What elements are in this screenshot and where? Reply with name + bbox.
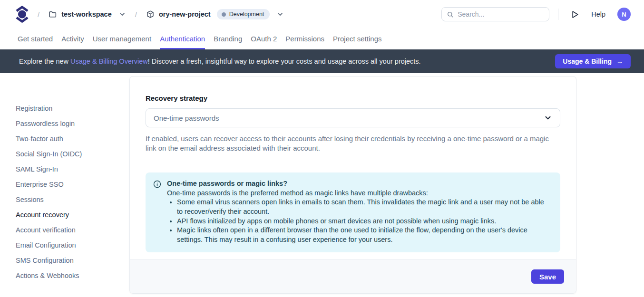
tab-activity[interactable]: Activity (61, 29, 84, 49)
package-icon (146, 10, 155, 19)
chevron-down-icon (118, 10, 126, 18)
info-box-title: One-time passwords or magic links? (167, 179, 551, 189)
banner-text-after: ! Discover a fresh, insightful way to ex… (148, 57, 421, 65)
save-button[interactable]: Save (531, 269, 564, 284)
search-box[interactable] (441, 7, 549, 21)
settings-sidebar: Registration Passwordless login Two-fact… (0, 73, 129, 297)
folder-icon (49, 10, 57, 19)
run-icon[interactable] (570, 10, 580, 19)
tab-project-settings[interactable]: Project settings (333, 29, 382, 49)
tab-user-management[interactable]: User management (93, 29, 151, 49)
tab-get-started[interactable]: Get started (18, 29, 53, 49)
card-body: Recovery strategy One-time passwords If … (130, 77, 576, 259)
environment-label: Development (229, 11, 264, 18)
recovery-strategy-value: One-time passwords (154, 114, 219, 122)
sidebar-item-email-configuration[interactable]: Email Configuration (16, 240, 129, 250)
usage-billing-button-label: Usage & Billing (563, 57, 612, 65)
topbar: / test-workspace / ory-new-project (0, 0, 644, 29)
info-box-intro: One-time passwords is the preferred meth… (167, 189, 551, 198)
ory-console-app: / test-workspace / ory-new-project (0, 0, 644, 297)
sidebar-item-account-verification[interactable]: Account verification (16, 225, 129, 235)
tab-permissions[interactable]: Permissions (285, 29, 324, 49)
recovery-description: If enabled, users can recover access to … (146, 134, 560, 153)
sidebar-item-actions-webhooks[interactable]: Actions & Webhooks (16, 271, 129, 280)
breadcrumb: / test-workspace / ory-new-project (16, 6, 284, 23)
account-recovery-card: Recovery strategy One-time passwords If … (129, 76, 576, 294)
content-area: Registration Passwordless login Two-fact… (0, 73, 644, 297)
topbar-divider (558, 9, 558, 20)
sidebar-item-account-recovery[interactable]: Account recovery (16, 210, 129, 220)
tab-branding[interactable]: Branding (214, 29, 242, 49)
recovery-strategy-label: Recovery strategy (146, 94, 560, 102)
banner-text-before: Explore the new (19, 57, 70, 65)
main-nav-tabs: Get started Activity User management Aut… (0, 29, 644, 49)
workspace-name: test-workspace (61, 10, 112, 18)
info-box-bullet: Some email virus scanners open links in … (177, 198, 551, 216)
usage-billing-overview-link[interactable]: Usage & Billing Overview (70, 57, 148, 65)
sidebar-item-two-factor-auth[interactable]: Two-factor auth (16, 134, 129, 144)
chevron-down-icon (544, 114, 552, 122)
sidebar-item-passwordless-login[interactable]: Passwordless login (16, 119, 129, 128)
sidebar-item-social-sign-in[interactable]: Social Sign-In (OIDC) (16, 149, 129, 159)
sidebar-item-sessions[interactable]: Sessions (16, 195, 129, 204)
environment-dot-icon (222, 12, 226, 17)
usage-billing-banner: Explore the new Usage & Billing Overview… (0, 49, 644, 73)
avatar[interactable]: N (617, 8, 631, 21)
info-box: One-time passwords or magic links? One-t… (146, 172, 560, 252)
info-box-bullet: Magic links often open in a different br… (177, 226, 551, 244)
workspace-selector[interactable]: test-workspace (49, 10, 126, 19)
ory-logo-icon[interactable] (16, 6, 29, 23)
tab-authentication[interactable]: Authentication (160, 29, 205, 49)
sidebar-item-sms-configuration[interactable]: SMS Configuration (16, 256, 129, 265)
sidebar-item-saml-sign-in[interactable]: SAML Sign-In (16, 164, 129, 174)
sidebar-item-registration[interactable]: Registration (16, 104, 129, 113)
tab-oauth2[interactable]: OAuth 2 (251, 29, 277, 49)
banner-message: Explore the new Usage & Billing Overview… (19, 57, 421, 65)
search-input[interactable] (458, 10, 544, 18)
environment-badge: Development (217, 9, 270, 19)
project-selector[interactable]: ory-new-project Development (146, 9, 284, 19)
breadcrumb-separator: / (135, 10, 137, 19)
topbar-actions: Help N (441, 7, 631, 21)
chevron-down-icon (276, 10, 284, 18)
recovery-strategy-select[interactable]: One-time passwords (146, 108, 560, 127)
info-box-bullet: API flows initialized by apps on mobile … (177, 217, 551, 226)
sidebar-item-enterprise-sso[interactable]: Enterprise SSO (16, 180, 129, 189)
arrow-right-icon: → (616, 57, 623, 65)
card-footer: Save (130, 259, 576, 293)
project-name: ory-new-project (159, 10, 211, 18)
info-box-bullet-list: Some email virus scanners open links in … (167, 198, 551, 245)
breadcrumb-separator: / (38, 10, 39, 19)
info-box-content: One-time passwords or magic links? One-t… (167, 179, 551, 245)
info-icon (153, 180, 161, 188)
search-icon (447, 10, 454, 19)
help-link[interactable]: Help (591, 10, 605, 18)
usage-billing-button[interactable]: Usage & Billing → (555, 54, 631, 68)
